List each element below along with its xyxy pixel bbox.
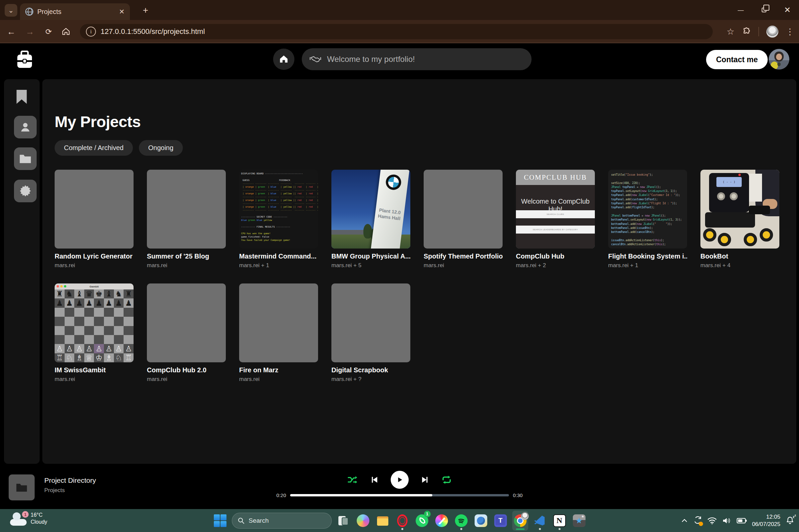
filter-pill-ongoing[interactable]: Ongoing: [139, 140, 183, 156]
project-title[interactable]: CompClub Hub 2.0: [147, 366, 226, 374]
project-card[interactable]: Plant 12.0Hams HallBMW Group Physical A.…: [331, 170, 410, 269]
taskbar-icon-file-explorer[interactable]: [375, 511, 391, 531]
browser-profile-avatar[interactable]: [766, 26, 778, 38]
clock-time: 12:05: [752, 513, 780, 521]
project-subtitle: mars.rei + 2: [516, 262, 595, 269]
windows-taskbar: 1 16°C Cloudy Search1TN★★ 12:05 06/07/20…: [0, 509, 799, 532]
taskbar-icon-krita[interactable]: [434, 511, 450, 531]
taskbar-clock[interactable]: 12:05 06/07/2025: [752, 513, 780, 528]
project-title[interactable]: Spotify Themed Portfolio: [424, 252, 503, 260]
project-title[interactable]: BMW Group Physical A...: [331, 252, 410, 260]
project-title[interactable]: Mastermind Command...: [239, 252, 318, 260]
project-title[interactable]: BookBot: [701, 252, 779, 260]
address-bar[interactable]: i 127.0.0.1:5500/src/projects.html: [80, 24, 713, 39]
reload-button[interactable]: ⟳: [42, 25, 55, 38]
extensions-icon[interactable]: [742, 27, 751, 36]
project-card[interactable]: Spotify Themed Portfoliomars.rei: [424, 170, 503, 269]
project-thumbnail: COMPCLUB HUBWelcome to CompClub Hub!SEAR…: [516, 170, 595, 249]
filter-pill-complete-archived[interactable]: Complete / Archived: [55, 140, 133, 156]
close-button[interactable]: ✕: [776, 0, 799, 20]
new-tab-button[interactable]: +: [140, 5, 151, 16]
tray-chevron-up-icon[interactable]: [681, 517, 688, 524]
update-sync-icon[interactable]: [693, 516, 702, 526]
back-button[interactable]: ←: [5, 25, 18, 38]
taskbar-icon-star-app[interactable]: ★★: [571, 511, 587, 531]
taskbar-icon-vscode[interactable]: [532, 511, 548, 531]
portfolio-search-bar[interactable]: Welcome to my portfolio!: [302, 48, 531, 70]
battery-icon[interactable]: [737, 517, 747, 524]
taskbar-icon-chrome[interactable]: [512, 511, 528, 531]
taskbar-icon-task-view[interactable]: [335, 511, 351, 531]
project-title[interactable]: Digital Scrapbook: [331, 366, 410, 374]
project-title[interactable]: Random Lyric Generator: [55, 252, 133, 260]
site-info-icon[interactable]: i: [86, 26, 96, 37]
next-button[interactable]: [421, 475, 429, 484]
project-title[interactable]: CompClub Hub: [516, 252, 595, 260]
tab-close-icon[interactable]: ✕: [119, 8, 125, 16]
project-card[interactable]: Fire on Marzmars.rei: [239, 283, 318, 383]
project-title[interactable]: Flight Booking System i...: [608, 252, 687, 260]
taskbar-icon-spotify[interactable]: [453, 511, 469, 531]
contact-me-button[interactable]: Contact me: [706, 50, 768, 69]
project-title[interactable]: Summer of '25 Blog: [147, 252, 226, 260]
whatsapp-badge: 1: [424, 511, 431, 517]
start-button[interactable]: [212, 511, 228, 531]
project-card[interactable]: setTitle("Issue booking"); setSize(400, …: [608, 170, 687, 269]
restore-button[interactable]: [752, 0, 776, 20]
repeat-button[interactable]: [441, 474, 452, 485]
notification-bell-icon[interactable]: zz: [786, 516, 794, 526]
taskbar-search[interactable]: Search: [232, 513, 332, 529]
browser-tab[interactable]: Projects ✕: [20, 3, 130, 20]
taskbar-icon-notion[interactable]: N: [551, 511, 567, 531]
taskbar-icon-sticker-chat[interactable]: [473, 511, 489, 531]
project-subtitle: mars.rei: [147, 262, 226, 269]
portfolio-home-button[interactable]: [273, 49, 294, 70]
tab-search-button[interactable]: ⌄: [5, 4, 17, 17]
clock-date: 06/07/2025: [752, 521, 780, 528]
project-card[interactable]: CompClub Hub 2.0mars.rei: [147, 283, 226, 383]
profile-photo-avatar[interactable]: [769, 49, 789, 70]
home-button[interactable]: [59, 25, 73, 38]
search-placeholder: Welcome to my portfolio!: [327, 55, 415, 64]
person-icon: [19, 120, 32, 134]
previous-button[interactable]: [370, 475, 379, 484]
total-time: 0:30: [513, 492, 528, 498]
progress-fill: [290, 494, 432, 496]
project-card[interactable]: ( - - )BookBotmars.rei + 4: [701, 170, 779, 269]
project-title[interactable]: IM SwissGambit: [55, 366, 133, 374]
projects-grid: Random Lyric Generatormars.reiSummer of …: [55, 170, 794, 383]
page-title: My Projects: [55, 112, 796, 131]
sidebar-item-skills[interactable]: [14, 180, 37, 202]
taskbar-icon-teams[interactable]: T: [493, 511, 509, 531]
taskbar-icon-whatsapp[interactable]: 1: [414, 511, 430, 531]
project-card[interactable]: Digital Scrapbookmars.rei + ?: [331, 283, 410, 383]
taskbar-icon-copilot[interactable]: [355, 511, 371, 531]
taskbar-icon-opera[interactable]: [394, 511, 410, 531]
project-card[interactable]: DISPLAYING BOARD -----------------------…: [239, 170, 318, 269]
wifi-icon[interactable]: [707, 517, 717, 525]
progress-bar[interactable]: [290, 494, 509, 496]
bookmark-star-icon[interactable]: ☆: [727, 26, 734, 37]
update-badge: [699, 522, 703, 526]
briefcase-logo-icon[interactable]: [16, 51, 33, 71]
play-button[interactable]: [391, 471, 408, 489]
project-card[interactable]: Gambit♜♞♝♛♚♝♞♜♟♟♟♟♟♟♟♟♙♙♙♙♙♙♙♙♖♘♗♕♔♗♘♖IM…: [55, 283, 133, 383]
project-card[interactable]: Summer of '25 Blogmars.rei: [147, 170, 226, 269]
sidebar-bookmark-icon[interactable]: [15, 89, 28, 106]
project-card[interactable]: Random Lyric Generatormars.rei: [55, 170, 133, 269]
menu-kebab-icon[interactable]: ⋮: [786, 26, 794, 37]
minimize-button[interactable]: —: [729, 0, 752, 20]
badge-burst-icon: [18, 184, 32, 198]
volume-icon[interactable]: [722, 517, 731, 525]
project-thumbnail: [147, 283, 226, 362]
globe-icon: [25, 8, 33, 16]
folder-icon: [19, 153, 32, 165]
project-title[interactable]: Fire on Marz: [239, 366, 318, 374]
sidebar-item-about[interactable]: [14, 116, 37, 138]
project-subtitle: mars.rei + 4: [701, 262, 779, 269]
sidebar-item-projects[interactable]: [14, 147, 37, 170]
project-subtitle: mars.rei + ?: [331, 376, 410, 383]
project-card[interactable]: COMPCLUB HUBWelcome to CompClub Hub!SEAR…: [516, 170, 595, 269]
shuffle-button[interactable]: [347, 474, 358, 485]
forward-button[interactable]: →: [23, 25, 37, 38]
